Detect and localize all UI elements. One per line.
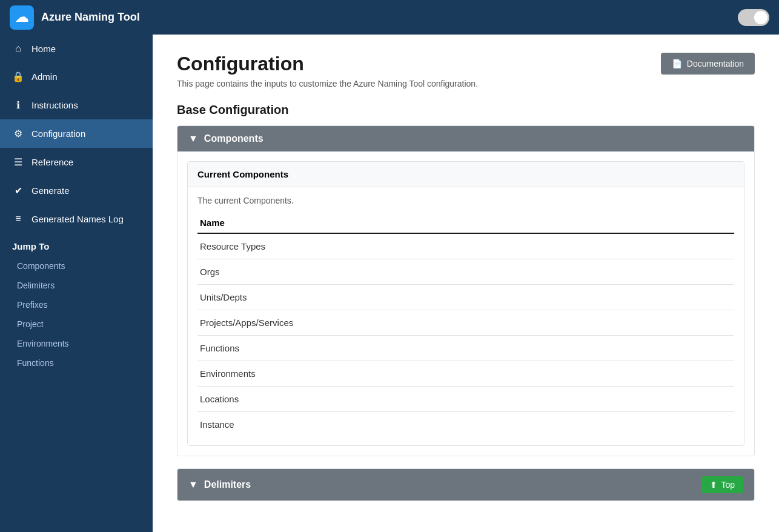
sidebar-item-admin[interactable]: 🔒 Admin — [0, 62, 153, 91]
jump-delimiters[interactable]: Delimiters — [0, 276, 153, 295]
page-header: Configuration 📄 Documentation — [177, 53, 755, 75]
components-table-header-name: Name — [197, 213, 734, 233]
table-row: Orgs — [197, 259, 734, 285]
jump-to-title: Jump To — [0, 233, 153, 256]
list-icon: ☰ — [12, 156, 24, 168]
log-icon: ≡ — [12, 213, 24, 224]
components-card-title: Current Components — [188, 162, 744, 187]
components-card: Current Components The current Component… — [187, 161, 744, 446]
sidebar: ⌂ Home 🔒 Admin ℹ Instructions ⚙ Configur… — [0, 35, 153, 532]
component-name-cell: Instance — [197, 412, 734, 437]
top-button-label: Top — [721, 480, 735, 490]
sidebar-item-instructions[interactable]: ℹ Instructions — [0, 91, 153, 119]
jump-environments[interactable]: Environments — [0, 334, 153, 353]
home-icon: ⌂ — [12, 43, 24, 54]
jump-prefixes[interactable]: Prefixes — [0, 295, 153, 314]
delimiters-panel: ▼ Delimiters ⬆ Top — [177, 468, 755, 501]
table-row: Locations — [197, 387, 734, 412]
check-icon: ✔ — [12, 185, 24, 196]
component-name-cell: Resource Types — [197, 233, 734, 259]
components-description: The current Components. — [197, 196, 734, 205]
doc-button-label: Documentation — [687, 59, 744, 68]
sidebar-label-reference: Reference — [31, 157, 73, 167]
jump-functions[interactable]: Functions — [0, 353, 153, 373]
sidebar-item-home[interactable]: ⌂ Home — [0, 35, 153, 62]
page-title: Configuration — [177, 53, 304, 75]
components-table: Name Resource TypesOrgsUnits/DeptsProjec… — [197, 213, 734, 437]
sidebar-label-generated-names-log: Generated Names Log — [31, 214, 124, 224]
sidebar-label-home: Home — [31, 44, 56, 54]
components-card-body: The current Components. Name Resource Ty… — [188, 187, 744, 445]
table-row: Units/Depts — [197, 285, 734, 310]
cloud-icon: ☁ — [10, 5, 34, 30]
table-row: Functions — [197, 336, 734, 361]
topbar: ☁ Azure Naming Tool — [0, 0, 779, 35]
components-panel-body: Current Components The current Component… — [177, 161, 754, 446]
table-row: Projects/Apps/Services — [197, 310, 734, 336]
component-name-cell: Orgs — [197, 259, 734, 285]
delimiters-panel-title: Delimiters — [204, 479, 251, 490]
components-panel-header[interactable]: ▼ Components — [177, 126, 754, 151]
sidebar-item-reference[interactable]: ☰ Reference — [0, 148, 153, 176]
info-icon: ℹ — [12, 99, 24, 111]
sidebar-item-configuration[interactable]: ⚙ Configuration — [0, 119, 153, 148]
delimiters-panel-header-left: ▼ Delimiters — [188, 479, 251, 490]
documentation-button[interactable]: 📄 Documentation — [661, 53, 755, 75]
sidebar-item-generated-names-log[interactable]: ≡ Generated Names Log — [0, 205, 153, 233]
table-row: Resource Types — [197, 233, 734, 259]
page-subtitle: This page contains the inputs to customi… — [177, 79, 755, 88]
jump-components[interactable]: Components — [0, 256, 153, 276]
sidebar-item-generate[interactable]: ✔ Generate — [0, 176, 153, 205]
sidebar-label-configuration: Configuration — [31, 128, 85, 139]
app-title: Azure Naming Tool — [41, 11, 140, 24]
components-panel-header-left: ▼ Components — [188, 133, 264, 144]
brand: ☁ Azure Naming Tool — [10, 5, 140, 30]
sidebar-label-instructions: Instructions — [31, 100, 78, 110]
delimiters-panel-header[interactable]: ▼ Delimiters ⬆ Top — [177, 469, 754, 500]
sidebar-label-generate: Generate — [31, 185, 70, 196]
component-name-cell: Units/Depts — [197, 285, 734, 310]
component-name-cell: Locations — [197, 387, 734, 412]
delimiters-panel-header-right: ⬆ Top — [701, 476, 743, 493]
main-layout: ⌂ Home 🔒 Admin ℹ Instructions ⚙ Configur… — [0, 35, 779, 532]
base-config-title: Base Configuration — [177, 103, 755, 117]
gear-icon: ⚙ — [12, 128, 24, 139]
jump-project[interactable]: Project — [0, 314, 153, 334]
components-chevron-icon: ▼ — [188, 133, 198, 144]
table-row: Instance — [197, 412, 734, 437]
sidebar-label-admin: Admin — [31, 71, 58, 82]
top-icon: ⬆ — [710, 480, 717, 490]
delimiters-chevron-icon: ▼ — [188, 479, 198, 490]
components-panel-title: Components — [204, 133, 264, 144]
theme-toggle[interactable] — [738, 9, 769, 26]
main-content: Configuration 📄 Documentation This page … — [153, 35, 779, 532]
table-row: Environments — [197, 361, 734, 387]
top-button[interactable]: ⬆ Top — [701, 476, 743, 493]
component-name-cell: Environments — [197, 361, 734, 387]
component-name-cell: Projects/Apps/Services — [197, 310, 734, 336]
component-name-cell: Functions — [197, 336, 734, 361]
doc-icon: 📄 — [672, 59, 682, 68]
components-panel: ▼ Components Current Components The curr… — [177, 125, 755, 456]
lock-icon: 🔒 — [12, 71, 24, 82]
